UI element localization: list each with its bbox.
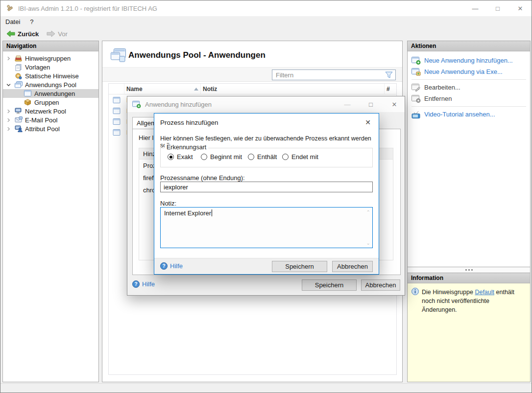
email-pool-icon (15, 116, 23, 124)
window-add-icon (411, 57, 421, 65)
back-button[interactable]: Zurück (3, 29, 42, 39)
chevron-down-icon[interactable] (6, 83, 15, 87)
cancel-button[interactable]: Abbrechen (361, 279, 400, 291)
radio-selected-icon[interactable] (168, 154, 174, 160)
action-new-application[interactable]: Neue Anwendung hinzufügen... (408, 55, 530, 66)
tree-item-email-pool[interactable]: E-Mail Pool (3, 116, 98, 124)
tree-label: Gruppen (34, 99, 59, 106)
note-textarea[interactable]: Internet Explorer ⌃ ⌄ (160, 207, 373, 248)
radio-label: Endet mit (291, 153, 318, 161)
window-title: IBI-aws Admin 1.21.0 - registriert für I… (18, 5, 157, 12)
chevron-right-icon[interactable] (6, 56, 15, 61)
tree-item-vorlagen[interactable]: Vorlagen (3, 63, 98, 71)
column-checkbox[interactable] (109, 84, 124, 94)
column-notiz-label: Notiz (203, 86, 217, 92)
action-remove[interactable]: Entfernen (408, 93, 530, 104)
tree-item-anwendungs-pool[interactable]: Anwendungs Pool (3, 80, 98, 89)
dialog-close-button[interactable]: ✕ (389, 99, 400, 110)
tree-item-anwendungen[interactable]: Anwendungen (3, 89, 98, 98)
window-icon (24, 90, 32, 97)
window-icon (109, 108, 124, 114)
window-icon (109, 97, 124, 103)
action-edit[interactable]: Bearbeiten... (408, 82, 530, 93)
radio-beginnt-mit[interactable]: Beginnt mit (201, 153, 242, 161)
window-exe-icon (411, 68, 421, 76)
dialog-title-bar: Anwendung hinzufügen — □ ✕ (127, 96, 405, 112)
menu-bar: Datei ? (0, 16, 532, 27)
tree-item-statische-hinweise[interactable]: Statische Hinweise (3, 71, 98, 80)
forward-label: Vor (58, 30, 68, 38)
filter-box[interactable] (272, 69, 396, 80)
column-name[interactable]: Name (124, 84, 201, 94)
close-button[interactable]: ✕ (509, 0, 532, 16)
radio-enthaelt[interactable]: Enthält (248, 153, 277, 161)
scroll-down-icon[interactable]: ⌄ (366, 240, 370, 246)
column-notiz[interactable]: Notiz (201, 84, 385, 94)
filter-funnel-icon[interactable] (385, 71, 393, 78)
dialog-help-link[interactable]: ? Hilfe (160, 262, 183, 270)
action-label: Video-Tutorial ansehen... (424, 111, 495, 118)
help-icon: ? (160, 262, 168, 270)
filter-input[interactable] (275, 71, 385, 79)
tree-item-hinweisgruppen[interactable]: Hinweisgruppen (3, 54, 98, 63)
tree-label: Anwendungen (34, 90, 75, 97)
tab-allgemein[interactable]: Allgem (132, 117, 155, 129)
scroll-up-icon[interactable]: ⌃ (366, 209, 370, 215)
dialog-help-link[interactable]: ? Hilfe (132, 280, 155, 288)
dialog-prozess-hinzufuegen: Prozess hinzufügen ✕ Hier können Sie fes… (154, 113, 379, 275)
save-button[interactable]: Speichern (272, 261, 327, 272)
chevron-right-icon[interactable] (6, 118, 15, 122)
window-icon (109, 129, 124, 136)
radio-endet-mit[interactable]: Endet mit (282, 153, 318, 161)
actions-header: Aktionen (408, 41, 530, 51)
radio-label: Exakt (177, 153, 193, 161)
dialog-maximize-button[interactable]: □ (365, 99, 376, 110)
forward-button[interactable]: Vor (44, 29, 71, 39)
dialog-close-button[interactable]: ✕ (363, 117, 373, 127)
cancel-button[interactable]: Abbrechen (332, 261, 373, 272)
column-name-label: Name (126, 86, 143, 92)
radio-exakt[interactable]: Exakt (168, 153, 193, 161)
tree-label: Anwendungs Pool (25, 81, 76, 89)
tree-item-netzwerk-pool[interactable]: Netzwerk Pool (3, 107, 98, 116)
tree-label: Statische Hinweise (25, 72, 79, 80)
process-name-input[interactable] (160, 182, 373, 192)
tree-item-gruppen[interactable]: Gruppen (3, 98, 98, 107)
minimize-button[interactable]: — (464, 0, 486, 16)
action-label: Neue Anwendung hinzufügen... (424, 57, 513, 64)
tree-label: Hinweisgruppen (25, 55, 71, 62)
action-new-application-exe[interactable]: Neue Anwendung via Exe... (408, 66, 530, 77)
chevron-right-icon[interactable] (6, 127, 15, 131)
menu-datei[interactable]: Datei (0, 17, 25, 26)
status-bar (0, 383, 532, 393)
panel-splitter-handle[interactable] (407, 267, 531, 273)
maximize-button[interactable]: □ (486, 0, 509, 16)
tree-label: E-Mail Pool (25, 116, 57, 124)
column-count[interactable]: # (385, 84, 396, 94)
radio-icon[interactable] (282, 154, 289, 160)
help-icon: ? (132, 280, 140, 288)
action-video-tutorial[interactable]: Video-Tutorial ansehen... (408, 109, 530, 120)
dialog-minimize-button[interactable]: — (342, 99, 353, 110)
page-title: Anwendungs Pool - Anwendungen (128, 50, 266, 60)
dialog-footer: ? Hilfe Speichern Abbrechen (154, 258, 379, 274)
information-message: Die Hinweisgruppe Default enthält noch n… (422, 288, 526, 377)
app-icon (5, 4, 14, 12)
radio-icon[interactable] (248, 154, 254, 160)
tree-label: Attribut Pool (25, 125, 60, 133)
navigation-header: Navigation (3, 41, 98, 51)
chevron-right-icon[interactable] (6, 109, 15, 114)
notice-groups-icon (15, 55, 23, 62)
text-caret (212, 209, 212, 216)
application-pool-icon (15, 81, 23, 89)
radio-icon[interactable] (201, 154, 207, 160)
window-controls: — □ ✕ (464, 0, 532, 16)
erkennungsart-groupbox: Erkennungsart Exakt Beginnt mit Enthält … (160, 148, 373, 167)
toolbar: Zurück Vor (0, 27, 532, 40)
save-button[interactable]: Speichern (302, 279, 357, 291)
information-panel: Information Die Hinweisgruppe Default en… (407, 273, 531, 382)
attribute-pool-icon (15, 125, 23, 133)
menu-help[interactable]: ? (25, 17, 38, 26)
tree-item-attribut-pool[interactable]: Attribut Pool (3, 124, 98, 133)
default-group-link[interactable]: Default (475, 289, 494, 296)
